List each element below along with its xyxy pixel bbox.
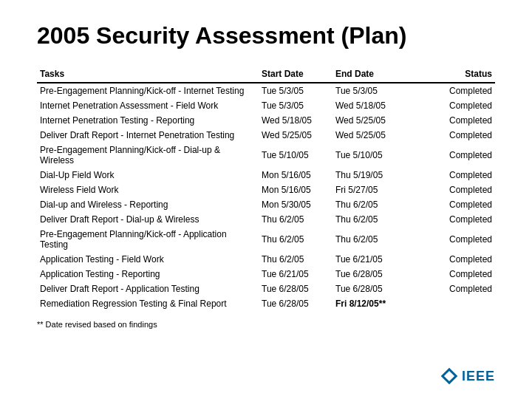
status-cell: Completed [421,252,495,267]
task-cell: Pre-Engagement Planning/Kick-off - Appli… [37,227,259,252]
end-date-cell: Tue 6/21/05 [332,252,421,267]
task-cell: Deliver Draft Report - Application Testi… [37,282,259,296]
task-cell: Pre-Engagement Planning/Kick-off - Dial-… [37,143,259,168]
end-date-cell: Tue 6/28/05 [332,282,421,296]
table-row: Pre-Engagement Planning/Kick-off - Dial-… [37,143,495,168]
start-date-cell: Wed 5/18/05 [259,113,332,128]
start-date-cell: Thu 6/2/05 [259,227,332,252]
end-date-cell: Wed 5/18/05 [332,98,421,113]
task-cell: Pre-Engagement Planning/Kick-off - Inter… [37,83,259,98]
table-row: Dial-Up Field WorkMon 5/16/05Thu 5/19/05… [37,168,495,183]
col-header-end: End Date [332,67,421,83]
start-date-cell: Mon 5/30/05 [259,197,332,212]
end-date-cell: Tue 5/3/05 [332,83,421,98]
start-date-cell: Tue 5/10/05 [259,143,332,168]
table-row: Internet Penetration Testing - Reporting… [37,113,495,128]
task-cell: Wireless Field Work [37,183,259,197]
start-date-cell: Tue 6/28/05 [259,296,332,311]
table-row: Remediation Regression Testing & Final R… [37,296,495,311]
status-cell: Completed [421,98,495,113]
start-date-cell: Tue 5/3/05 [259,98,332,113]
status-cell: Completed [421,282,495,296]
col-header-task: Tasks [37,67,259,83]
table-row: Deliver Draft Report - Dial-up & Wireles… [37,212,495,227]
status-cell: Completed [421,83,495,98]
end-date-cell: Thu 6/2/05 [332,227,421,252]
page-title: 2005 Security Assessment (Plan) [37,22,495,50]
status-cell [421,296,495,311]
footnote: ** Date revised based on findings [37,320,495,329]
end-date-cell: Wed 5/25/05 [332,128,421,143]
status-cell: Completed [421,227,495,252]
start-date-cell: Thu 6/2/05 [259,212,332,227]
start-date-cell: Tue 6/28/05 [259,282,332,296]
table-row: Wireless Field WorkMon 5/16/05Fri 5/27/0… [37,183,495,197]
status-cell: Completed [421,183,495,197]
start-date-cell: Tue 5/3/05 [259,83,332,98]
end-date-cell: Thu 6/2/05 [332,197,421,212]
table-row: Application Testing - Field WorkThu 6/2/… [37,252,495,267]
end-date-cell: Wed 5/25/05 [332,113,421,128]
col-header-status: Status [421,67,495,83]
table-row: Deliver Draft Report - Application Testi… [37,282,495,296]
start-date-cell: Thu 6/2/05 [259,252,332,267]
start-date-cell: Mon 5/16/05 [259,168,332,183]
end-date-cell: Thu 6/2/05 [332,212,421,227]
task-cell: Application Testing - Reporting [37,267,259,282]
table-row: Deliver Draft Report - Internet Penetrat… [37,128,495,143]
end-date-cell: Fri 8/12/05** [332,296,421,311]
status-cell: Completed [421,143,495,168]
task-cell: Internet Penetration Assessment - Field … [37,98,259,113]
end-date-cell: Thu 5/19/05 [332,168,421,183]
task-cell: Dial-Up Field Work [37,168,259,183]
status-cell: Completed [421,113,495,128]
page: 2005 Security Assessment (Plan) Tasks St… [0,0,532,399]
table-row: Application Testing - ReportingTue 6/21/… [37,267,495,282]
table-row: Dial-up and Wireless - ReportingMon 5/30… [37,197,495,212]
table-row: Internet Penetration Assessment - Field … [37,98,495,113]
task-cell: Deliver Draft Report - Internet Penetrat… [37,128,259,143]
task-cell: Application Testing - Field Work [37,252,259,267]
tasks-table: Tasks Start Date End Date Status Pre-Eng… [37,67,495,311]
status-cell: Completed [421,267,495,282]
start-date-cell: Tue 6/21/05 [259,267,332,282]
table-row: Pre-Engagement Planning/Kick-off - Inter… [37,83,495,98]
start-date-cell: Mon 5/16/05 [259,183,332,197]
ieee-logo: IEEE [440,366,495,386]
task-cell: Dial-up and Wireless - Reporting [37,197,259,212]
task-cell: Internet Penetration Testing - Reporting [37,113,259,128]
col-header-start: Start Date [259,67,332,83]
status-cell: Completed [421,197,495,212]
ieee-diamond-icon [440,366,459,386]
end-date-cell: Tue 5/10/05 [332,143,421,168]
status-cell: Completed [421,168,495,183]
task-cell: Remediation Regression Testing & Final R… [37,296,259,311]
table-row: Pre-Engagement Planning/Kick-off - Appli… [37,227,495,252]
end-date-cell: Fri 5/27/05 [332,183,421,197]
task-cell: Deliver Draft Report - Dial-up & Wireles… [37,212,259,227]
status-cell: Completed [421,128,495,143]
status-cell: Completed [421,212,495,227]
ieee-text: IEEE [462,369,495,384]
start-date-cell: Wed 5/25/05 [259,128,332,143]
end-date-cell: Tue 6/28/05 [332,267,421,282]
